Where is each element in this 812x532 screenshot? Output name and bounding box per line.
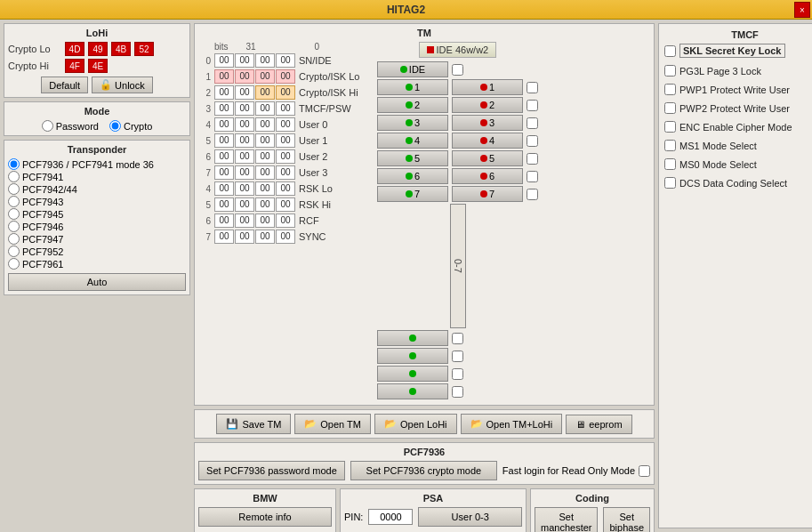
tm-cell-1-1[interactable] [235,69,254,84]
tm-cell-6-1[interactable] [235,149,254,164]
tm-cell-4-3[interactable] [276,117,295,132]
transponder-item-4[interactable]: PCF7945 [8,208,186,220]
row4b-checkbox[interactable] [452,333,463,344]
row7b-checkbox[interactable] [452,386,463,398]
tm-cell2-4-1[interactable] [235,181,254,196]
tmcf-checkbox-3[interactable] [664,102,676,114]
tm-cell2-6-1[interactable] [235,214,254,228]
tm-cell-6-0[interactable] [214,149,234,164]
tm-cell2-5-0[interactable] [214,197,234,212]
transponder-item-7[interactable]: PCF7952 [8,246,186,257]
close-button[interactable]: × [794,2,810,18]
ide-button[interactable]: IDE [377,61,448,77]
row6-checkbox[interactable] [527,171,538,182]
transponder-item-2[interactable]: PCF7942/44 [8,183,186,195]
ide-checkbox[interactable] [452,64,463,76]
tm-cell2-5-2[interactable] [255,197,275,212]
unlock-button[interactable]: 🔓 Unlock [92,77,153,93]
row4-checkbox[interactable] [527,135,538,147]
crypto-hi-cell-0[interactable]: 4F [65,59,84,73]
tm-cell-2-3[interactable] [276,85,295,100]
transponder-item-5[interactable]: PCF7946 [8,221,186,232]
tm-cell2-4-2[interactable] [255,181,275,196]
open-tm-lohi-button[interactable]: 📂 Open TM+LoHi [461,414,563,434]
tm-cell-7-3[interactable] [276,165,295,180]
tm-cell2-5-1[interactable] [235,197,254,212]
row7-checkbox[interactable] [527,189,538,200]
tm-cell-1-3[interactable] [276,69,295,84]
tm-cell-0-0[interactable] [214,53,234,68]
manchester-coding-button[interactable]: Set manchester coding mode [535,507,598,532]
tm-cell-3-2[interactable] [255,101,275,116]
save-tm-button[interactable]: 💾 Save TM [216,414,291,434]
transponder-item-0[interactable]: PCF7936 / PCF7941 mode 36 [8,158,186,170]
row1-checkbox[interactable] [527,82,538,93]
transponder-item-1[interactable]: PCF7941 [8,171,186,182]
password-radio-label[interactable]: Password [42,120,99,132]
tm-cell2-7-2[interactable] [255,230,275,244]
open-lohi-button[interactable]: 📂 Open LoHi [374,414,457,434]
pcf-crypto-mode-button[interactable]: Set PCF7936 crypto mode [350,461,497,480]
tmcf-checkbox-2[interactable] [664,84,676,95]
row6-write-btn[interactable]: 6 [377,168,448,184]
default-button[interactable]: Default [41,77,88,93]
tm-cell-5-3[interactable] [276,133,295,148]
tm-cell-1-0[interactable] [214,69,234,84]
crypto-radio[interactable] [109,120,121,132]
remote-info-button[interactable]: Remote info [198,507,332,527]
row6b-checkbox[interactable] [452,368,463,380]
tm-cell-3-0[interactable] [214,101,234,116]
pin-input[interactable] [368,509,413,525]
row5-write-btn[interactable]: 5 [377,150,448,166]
tm-cell-5-2[interactable] [255,133,275,148]
tm-cell2-6-0[interactable] [214,214,234,228]
crypto-lo-cell-0[interactable]: 4D [65,42,84,56]
eeprom-button[interactable]: 🖥 eeprom [566,415,631,434]
tm-cell-3-1[interactable] [235,101,254,116]
crypto-lo-cell-1[interactable]: 49 [88,42,108,56]
tm-cell-0-3[interactable] [276,53,295,68]
tm-cell-0-1[interactable] [235,53,254,68]
transponder-item-6[interactable]: PCF7947 [8,233,186,245]
fast-login-checkbox[interactable] [639,465,650,477]
open-tm-button[interactable]: 📂 Open TM [294,414,371,434]
tm-cell-6-3[interactable] [276,149,295,164]
crypto-hi-cell-1[interactable]: 4E [88,59,108,73]
tmcf-checkbox-6[interactable] [664,158,676,170]
row3-checkbox[interactable] [527,117,538,129]
user-03-button[interactable]: User 0-3 [418,507,522,527]
tm-cell-6-2[interactable] [255,149,275,164]
pcf-password-mode-button[interactable]: Set PCF7936 password mode [198,461,345,480]
auto-button[interactable]: Auto [8,273,186,291]
tm-cell-2-1[interactable] [235,85,254,100]
crypto-lo-cell-3[interactable]: 52 [134,42,154,56]
transponder-item-3[interactable]: PCF7943 [8,196,186,207]
row6b-write-btn[interactable] [377,366,448,382]
crypto-lo-cell-2[interactable]: 4B [111,42,131,56]
tmcf-checkbox-7[interactable] [664,177,676,189]
tm-cell-7-1[interactable] [235,165,254,180]
ide-wide-button[interactable]: IDE 46w/w2 [419,42,496,58]
row4-read-btn[interactable]: 4 [452,133,523,149]
row2-read-btn[interactable]: 2 [452,97,523,113]
tm-cell-5-0[interactable] [214,133,234,148]
password-radio[interactable] [42,120,53,132]
tm-cell-0-2[interactable] [255,53,275,68]
row3-read-btn[interactable]: 3 [452,115,523,131]
tm-cell-4-2[interactable] [255,117,275,132]
tm-cell2-7-1[interactable] [235,230,254,244]
tm-cell2-7-0[interactable] [214,230,234,244]
transponder-item-8[interactable]: PCF7961 [8,258,186,270]
biphase-coding-button[interactable]: Set biphase coding mode [603,507,650,532]
tm-cell-4-1[interactable] [235,117,254,132]
crypto-radio-label[interactable]: Crypto [109,120,152,132]
tmcf-checkbox-5[interactable] [664,140,676,151]
tm-cell2-6-2[interactable] [255,214,275,228]
row5b-write-btn[interactable] [377,348,448,364]
tm-cell2-5-3[interactable] [276,197,295,212]
row4b-write-btn[interactable] [377,330,448,346]
row2-write-btn[interactable]: 2 [377,97,448,113]
row6-read-btn[interactable]: 6 [452,168,523,184]
tmcf-checkbox-4[interactable] [664,121,676,133]
row5-read-btn[interactable]: 5 [452,150,523,166]
